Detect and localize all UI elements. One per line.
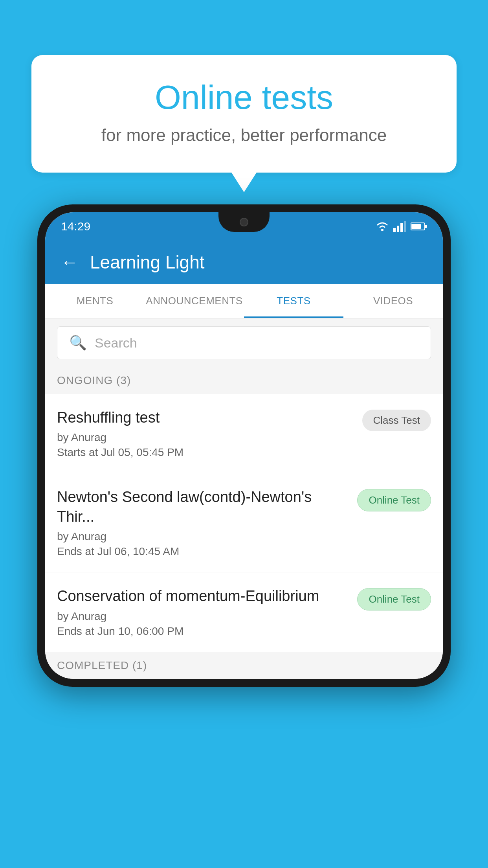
test-info-2: Newton's Second law(contd)-Newton's Thir… [57,487,357,558]
front-camera [240,218,248,226]
svg-rect-2 [397,226,399,232]
test-author-1: by Anurag [57,431,354,444]
test-badge-3: Online Test [357,588,431,611]
ongoing-section-header: ONGOING (3) [45,367,443,394]
phone-mockup: 14:29 [37,204,451,687]
test-time-3: Ends at Jun 10, 06:00 PM [57,625,349,638]
tab-ments[interactable]: MENTS [45,284,145,318]
back-button[interactable]: ← [61,254,78,271]
svg-rect-7 [411,224,421,229]
battery-icon [411,222,427,231]
app-header: ← Learning Light [45,241,443,284]
test-item-2[interactable]: Newton's Second law(contd)-Newton's Thir… [45,473,443,572]
test-info-1: Reshuffling test by Anurag Starts at Jul… [57,408,362,459]
bubble-title: Online tests [63,79,425,116]
app-header-title: Learning Light [90,252,205,273]
bubble-card: Online tests for more practice, better p… [31,55,457,173]
tab-videos[interactable]: VIDEOS [343,284,443,318]
test-time-value-1: Jul 05, 05:45 PM [101,446,183,458]
search-placeholder: Search [95,335,137,351]
test-item-1[interactable]: Reshuffling test by Anurag Starts at Jul… [45,394,443,473]
tab-bar: MENTS ANNOUNCEMENTS TESTS VIDEOS [45,284,443,318]
test-item-3[interactable]: Conservation of momentum-Equilibrium by … [45,572,443,652]
test-time-label-3: Ends at [57,625,94,637]
wifi-icon [375,221,389,232]
test-name-1: Reshuffling test [57,408,354,427]
status-icons [375,221,427,232]
search-container: 🔍 Search [45,318,443,367]
test-author-2: by Anurag [57,530,349,543]
svg-point-0 [381,229,383,231]
test-badge-1: Class Test [362,410,431,431]
speech-bubble: Online tests for more practice, better p… [31,55,457,173]
status-time: 14:29 [61,220,90,233]
phone-screen: 14:29 [45,212,443,679]
test-author-3: by Anurag [57,610,349,623]
test-badge-2: Online Test [357,489,431,511]
test-list: Reshuffling test by Anurag Starts at Jul… [45,394,443,652]
phone-body: 14:29 [37,204,451,687]
test-time-value-3: Jun 10, 06:00 PM [97,625,183,637]
bubble-subtitle: for more practice, better performance [63,125,425,145]
test-name-3: Conservation of momentum-Equilibrium [57,587,349,606]
completed-section-header: COMPLETED (1) [45,652,443,679]
tab-announcements[interactable]: ANNOUNCEMENTS [145,284,244,318]
svg-rect-3 [400,223,403,232]
search-bar[interactable]: 🔍 Search [57,326,431,359]
test-name-2: Newton's Second law(contd)-Newton's Thir… [57,487,349,526]
phone-notch [218,212,270,232]
test-time-label-2: Ends at [57,545,94,557]
test-time-label-1: Starts at [57,446,98,458]
signal-icon [393,221,407,232]
svg-rect-6 [425,225,427,228]
search-icon: 🔍 [69,335,87,351]
test-info-3: Conservation of momentum-Equilibrium by … [57,587,357,637]
test-time-1: Starts at Jul 05, 05:45 PM [57,446,354,459]
svg-rect-1 [393,228,396,232]
svg-rect-4 [404,221,406,232]
tab-tests[interactable]: TESTS [244,284,343,318]
test-time-2: Ends at Jul 06, 10:45 AM [57,545,349,558]
test-time-value-2: Jul 06, 10:45 AM [97,545,180,557]
